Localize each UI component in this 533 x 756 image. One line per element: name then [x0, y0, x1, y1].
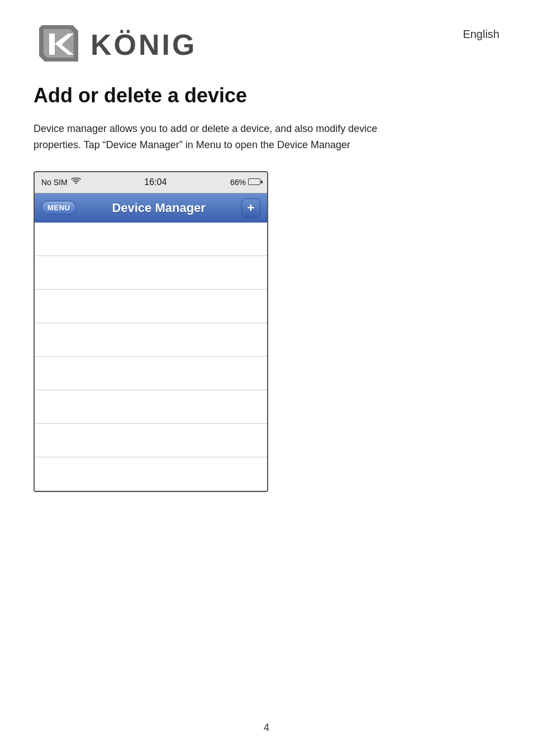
page: KÖNIG English Add or delete a device Dev… [0, 0, 533, 756]
body-text: Device manager allows you to add or dele… [34, 121, 413, 153]
phone-mockup: No SIM 16:04 66% [34, 171, 268, 492]
list-item [35, 357, 267, 390]
battery-icon [248, 178, 260, 187]
status-time: 16:04 [144, 177, 166, 187]
list-item [35, 223, 267, 256]
menu-button[interactable]: MENU [41, 201, 76, 215]
language-label: English [463, 28, 499, 41]
page-number: 4 [264, 722, 269, 733]
nav-title: Device Manager [112, 201, 206, 215]
no-sim-label: No SIM [41, 178, 68, 187]
page-title: Add or delete a device [34, 84, 499, 107]
list-item [35, 424, 267, 457]
wifi-icon [71, 177, 81, 187]
list-area [35, 223, 267, 491]
list-item [35, 256, 267, 290]
add-button[interactable]: + [241, 199, 260, 218]
logo-container: KÖNIG [34, 22, 197, 67]
status-left: No SIM [41, 177, 81, 187]
status-right: 66% [230, 178, 260, 187]
svg-rect-2 [49, 34, 55, 55]
battery-pct-label: 66% [230, 178, 246, 187]
status-bar: No SIM 16:04 66% [35, 172, 267, 193]
header: KÖNIG English [34, 22, 499, 67]
nav-bar: MENU Device Manager + [35, 193, 267, 223]
konig-logo-icon [34, 22, 84, 67]
list-item [35, 290, 267, 323]
list-item [35, 390, 267, 424]
list-item [35, 457, 267, 491]
logo-text: KÖNIG [91, 28, 197, 62]
footer: 4 [0, 722, 533, 734]
list-item [35, 323, 267, 357]
